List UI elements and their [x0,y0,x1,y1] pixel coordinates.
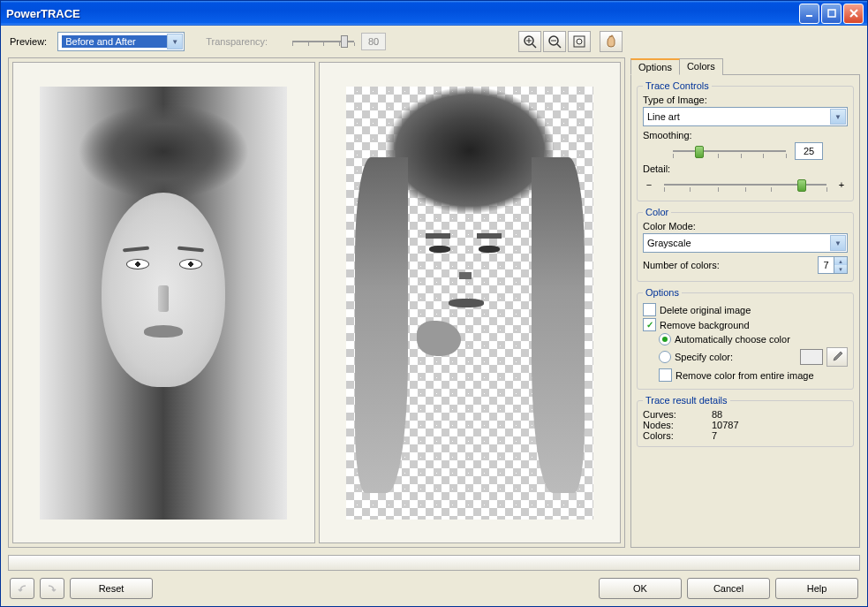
auto-color-label: Automatically choose color [675,334,790,345]
remove-bg-checkbox[interactable]: ✓ [643,318,656,331]
detail-label: Detail: [643,163,848,174]
powertrace-window: PowerTRACE Preview: Before and After ▼ T… [0,0,868,607]
color-swatch [800,349,823,365]
window-buttons [799,4,864,24]
reset-button[interactable]: Reset [70,578,153,599]
detail-minus-icon: − [643,179,655,190]
cancel-button[interactable]: Cancel [687,578,770,599]
color-mode-value: Grayscale [647,238,691,248]
titlebar: PowerTRACE [1,1,867,26]
bottom-bar: Reset OK Cancel Help [4,574,864,603]
type-of-image-value: Line art [647,111,680,122]
chevron-down-icon: ▼ [830,235,846,251]
smoothing-value[interactable]: 25 [795,142,823,160]
color-mode-label: Color Mode: [643,221,848,231]
colors-label: Colors: [643,430,712,441]
colors-value: 7 [712,430,717,441]
tabs: Options Colors [630,58,860,75]
top-toolbar: Preview: Before and After ▼ Transparency… [4,29,864,57]
detail-slider[interactable] [659,176,832,193]
num-colors-label: Number of colors: [643,260,814,270]
smoothing-slider[interactable] [668,142,791,160]
options-panel: Trace Controls Type of Image: Line art ▼… [630,74,860,548]
pan-button[interactable] [600,31,623,52]
smoothing-label: Smoothing: [643,130,848,140]
auto-color-radio[interactable] [659,333,671,345]
minimize-button[interactable] [799,4,819,24]
curves-label: Curves: [643,409,712,420]
curves-value: 88 [712,409,722,420]
svg-rect-1 [828,10,835,17]
specify-color-radio[interactable] [659,351,671,363]
svg-rect-9 [574,36,585,47]
content-area: Preview: Before and After ▼ Transparency… [1,26,867,606]
num-colors-spinner[interactable]: 7 ▲▼ [818,256,848,274]
type-of-image-select[interactable]: Line art ▼ [643,107,848,126]
detail-plus-icon: + [835,179,848,190]
tab-options[interactable]: Options [630,58,680,75]
remove-entire-checkbox[interactable] [659,368,672,382]
after-image [346,87,593,520]
main-area: Options Colors Trace Controls Type of Im… [4,57,864,548]
remove-bg-label: Remove background [660,320,750,330]
svg-line-7 [557,44,561,48]
preview-mode-select[interactable]: Before and After ▼ [57,32,185,51]
spinner-up-icon[interactable]: ▲ [834,257,847,265]
preview-mode-value: Before and After [62,35,170,48]
preview-label: Preview: [10,36,47,47]
close-button[interactable] [843,4,864,24]
chevron-down-icon: ▼ [167,34,183,49]
nodes-value: 10787 [712,420,739,430]
before-image [40,87,287,520]
preview-pane [8,57,625,548]
svg-rect-0 [806,15,812,17]
color-legend: Color [643,207,671,217]
options-group: Options Delete original image ✓ Remove b… [637,287,854,390]
transparency-value: 80 [361,33,386,50]
remove-entire-label: Remove color from entire image [676,370,814,381]
zoom-tools [517,31,623,52]
svg-line-3 [532,44,536,48]
trace-details-group: Trace result details Curves: 88 Nodes: 1… [637,395,854,447]
chevron-down-icon: ▼ [830,109,846,125]
eyedropper-button[interactable] [826,347,848,367]
horizontal-scrollbar[interactable] [8,555,860,571]
preview-after [319,62,622,543]
num-colors-value: 7 [818,256,834,274]
maximize-button[interactable] [821,4,842,24]
transparency-slider [292,34,354,49]
transparency-label: Transparency: [206,36,268,47]
trace-controls-legend: Trace Controls [643,80,712,91]
preview-before [12,62,315,543]
color-group: Color Color Mode: Grayscale ▼ Number of … [637,207,854,282]
delete-original-checkbox[interactable] [643,303,656,316]
delete-original-label: Delete original image [660,305,751,315]
help-button[interactable]: Help [775,578,858,599]
svg-point-10 [577,39,582,44]
zoom-fit-button[interactable] [568,31,591,52]
type-of-image-label: Type of Image: [643,95,848,105]
redo-button[interactable] [40,578,64,599]
undo-button[interactable] [10,578,34,599]
trace-details-legend: Trace result details [643,395,730,406]
color-mode-select[interactable]: Grayscale ▼ [643,233,848,253]
options-legend: Options [643,287,682,298]
tab-colors[interactable]: Colors [679,58,723,75]
window-title: PowerTRACE [6,7,799,20]
trace-controls-group: Trace Controls Type of Image: Line art ▼… [637,80,854,201]
side-panel: Options Colors Trace Controls Type of Im… [630,57,860,548]
ok-button[interactable]: OK [599,578,682,599]
specify-color-label: Specify color: [675,352,733,362]
nodes-label: Nodes: [643,420,712,430]
spinner-down-icon[interactable]: ▼ [834,265,847,273]
zoom-in-button[interactable] [518,31,541,52]
zoom-out-button[interactable] [543,31,566,52]
